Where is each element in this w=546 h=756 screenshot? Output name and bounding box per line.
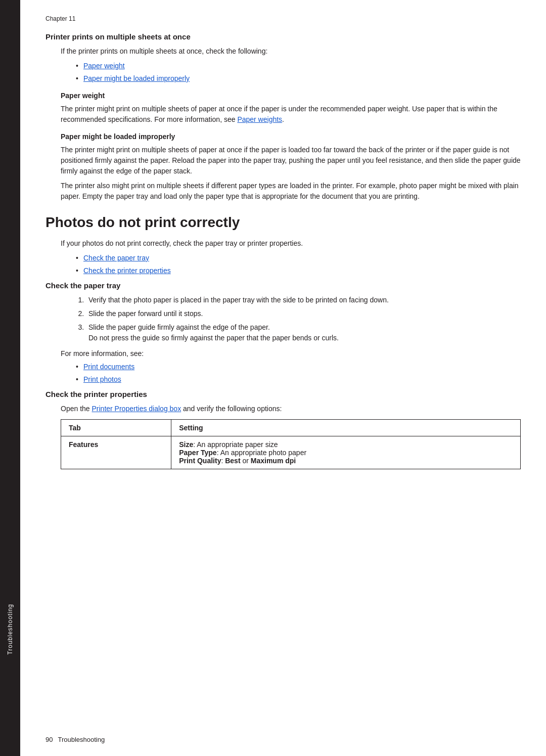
sidebar: Troubleshooting — [0, 0, 20, 756]
section2-link-item-2: Check the printer properties — [76, 265, 521, 276]
check-paper-tray-link[interactable]: Check the paper tray — [83, 254, 149, 262]
check-printer-properties-link[interactable]: Check the printer properties — [83, 266, 171, 275]
table-setting-paper-type: Paper Type: An appropriate photo paper — [179, 449, 513, 457]
size-value: : An appropriate paper size — [193, 440, 278, 449]
section1-intro: If the printer prints on multiple sheets… — [61, 46, 521, 57]
section2-heading: Photos do not print correctly — [46, 214, 521, 231]
check-props-intro-part2: and verify the following options: — [181, 405, 282, 413]
paper-type-value: : An appropriate photo paper — [217, 449, 306, 457]
table-row: Features Size: An appropriate paper size… — [61, 436, 521, 469]
paper-loaded-para1: The printer might print on multiple shee… — [61, 145, 521, 176]
footer: 90 Troubleshooting — [46, 736, 521, 743]
check-tray-step-2: Slide the paper forward until it stops. — [86, 308, 521, 319]
check-props-intro-part1: Open the — [61, 405, 92, 413]
table-header-setting: Setting — [171, 420, 521, 436]
check-props-subsection: Check the printer properties Open the Pr… — [46, 390, 521, 469]
check-props-heading: Check the printer properties — [46, 390, 521, 398]
section2-intro: If your photos do not print correctly, c… — [61, 238, 521, 249]
paper-loaded-improperly-link[interactable]: Paper might be loaded improperly — [83, 74, 190, 82]
table-setting-print-quality: Print Quality: Best or Maximum dpi — [179, 457, 513, 465]
check-tray-step-3-note: Do not press the guide so firmly against… — [88, 333, 521, 343]
printer-properties-dialog-link[interactable]: Printer Properties dialog box — [92, 405, 181, 413]
print-photos-link[interactable]: Print photos — [83, 375, 121, 383]
paper-weights-link[interactable]: Paper weights — [237, 115, 282, 123]
section-photos: Photos do not print correctly If your ph… — [46, 214, 521, 469]
section1-link-item-1: Paper weight — [76, 61, 521, 71]
paper-weight-heading: Paper weight — [61, 92, 521, 100]
check-tray-heading: Check the paper tray — [46, 281, 521, 290]
print-documents-link[interactable]: Print documents — [83, 363, 134, 371]
table-setting-size: Size: An appropriate paper size — [179, 440, 513, 449]
check-tray-steps: Verify that the photo paper is placed in… — [76, 295, 521, 343]
chapter-label: Chapter 11 — [46, 15, 521, 22]
check-props-intro: Open the Printer Properties dialog box a… — [61, 404, 521, 414]
more-info-label: For more information, see: — [61, 348, 521, 359]
footer-page-number: 90 — [46, 736, 53, 743]
section1-links-list: Paper weight Paper might be loaded impro… — [76, 61, 521, 84]
printer-settings-table: Tab Setting Features Size: An appropriat… — [61, 419, 521, 469]
footer-page-label: Troubleshooting — [58, 736, 105, 743]
print-quality-label: Print Quality — [179, 457, 221, 465]
or-label: or — [241, 457, 251, 465]
paper-loaded-subsection: Paper might be loaded improperly The pri… — [46, 132, 521, 202]
table-header-row: Tab Setting — [61, 420, 521, 436]
check-tray-subsection: Check the paper tray Verify that the pho… — [46, 281, 521, 385]
main-content: Chapter 11 Printer prints on multiple sh… — [20, 0, 546, 756]
size-label: Size — [179, 440, 193, 449]
check-tray-step-3: Slide the paper guide firmly against the… — [86, 322, 521, 343]
maximum-dpi-label: Maximum dpi — [251, 457, 296, 465]
paper-loaded-heading: Paper might be loaded improperly — [61, 132, 521, 141]
paper-type-label: Paper Type — [179, 449, 216, 457]
paper-weight-link[interactable]: Paper weight — [83, 62, 125, 70]
more-info-link-1: Print documents — [76, 362, 521, 372]
section1-heading: Printer prints on multiple sheets at onc… — [46, 32, 521, 41]
paper-weight-subsection: Paper weight The printer might print on … — [46, 92, 521, 125]
section2-links-list: Check the paper tray Check the printer p… — [76, 253, 521, 276]
more-info-links: Print documents Print photos — [76, 362, 521, 385]
sidebar-label: Troubleshooting — [7, 604, 14, 655]
section1-link-item-2: Paper might be loaded improperly — [76, 73, 521, 84]
table-cell-features: Features — [61, 436, 171, 469]
more-info-link-2: Print photos — [76, 374, 521, 385]
section2-link-item-1: Check the paper tray — [76, 253, 521, 263]
check-tray-step-1: Verify that the photo paper is placed in… — [86, 295, 521, 305]
table-header-tab: Tab — [61, 420, 171, 436]
paper-weight-para: The printer might print on multiple shee… — [61, 104, 521, 125]
section-multiple-sheets: Printer prints on multiple sheets at onc… — [46, 32, 521, 202]
best-label: Best — [225, 457, 240, 465]
table-cell-settings: Size: An appropriate paper size Paper Ty… — [171, 436, 521, 469]
paper-loaded-para2: The printer also might print on multiple… — [61, 181, 521, 202]
